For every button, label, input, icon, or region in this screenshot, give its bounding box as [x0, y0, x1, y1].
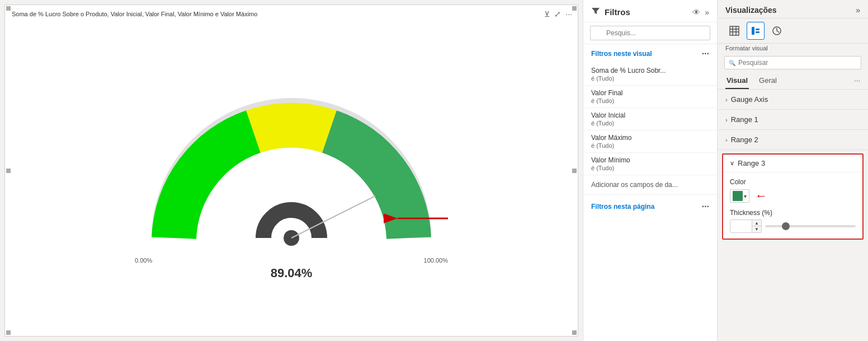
search-wrapper: 🔍 [590, 26, 710, 40]
thickness-input-wrapper: ▲ ▼ [730, 219, 762, 233]
svg-rect-13 [756, 29, 760, 30]
range3-color-label: Color [730, 178, 856, 186]
filters-header-left: Filtros [591, 7, 630, 17]
section-range1[interactable]: › Range 1 [718, 110, 868, 130]
thickness-row: ▲ ▼ [730, 219, 856, 233]
filter-item[interactable]: Soma de % Lucro Sobr... é (Tudo) [583, 63, 717, 86]
range1-label: Range 1 [731, 115, 758, 124]
gauge-container: 0.00% 100.00% 89.04% [135, 87, 448, 266]
filters-expand-icon[interactable]: » [705, 8, 709, 17]
filter-item-title: Valor Inicial [591, 111, 709, 119]
filters-eye-icon[interactable]: 👁 [692, 8, 700, 17]
filter-item-title: Valor Máximo [591, 134, 709, 142]
filters-title: Filtros [605, 7, 630, 17]
thickness-down-btn[interactable]: ▼ [752, 226, 761, 232]
filter-item[interactable]: Valor Final é (Tudo) [583, 86, 717, 108]
filters-header-right: 👁 » [692, 8, 709, 17]
section-range2[interactable]: › Range 2 [718, 130, 868, 150]
range3-body: Color ▾ ← Thickness (%) [723, 172, 862, 239]
gauge-max-label: 100.00% [424, 257, 448, 264]
range3-chevron: ∨ [730, 160, 734, 167]
filter-item-title: Valor Mínimo [591, 156, 709, 164]
color-swatch-btn[interactable]: ▾ [730, 189, 749, 203]
filters-page-section: Filtros nesta página ··· [583, 197, 717, 216]
filters-panel: Filtros 👁 » 🔍 Filtros neste visual ··· S… [583, 0, 717, 341]
gauge-labels: 0.00% 100.00% [135, 257, 448, 264]
filter-item[interactable]: Valor Máximo é (Tudo) [583, 130, 717, 153]
add-data-field[interactable]: Adicionar os campos de da... [583, 175, 717, 195]
viz-search-input[interactable] [724, 56, 861, 69]
range2-chevron: › [725, 137, 728, 143]
filter-item[interactable]: Valor Mínimo é (Tudo) [583, 153, 717, 175]
focus-icon[interactable]: ⤢ [554, 10, 561, 18]
resize-handle-mr[interactable] [572, 169, 577, 173]
thickness-slider[interactable] [765, 225, 856, 227]
resize-handle-tr[interactable] [572, 6, 577, 11]
chart-toolbar: ⊻ ⤢ ··· [544, 10, 572, 18]
gauge-min-label: 0.00% [135, 257, 152, 264]
viz-icon-analytics[interactable] [768, 22, 786, 40]
viz-search-wrapper: 🔍 [724, 56, 861, 69]
filter-item-sub: é (Tudo) [591, 142, 709, 149]
resize-handle-br[interactable] [572, 330, 577, 335]
filters-page-more[interactable]: ··· [702, 202, 709, 212]
filter-item-sub: é (Tudo) [591, 120, 709, 127]
range3-title: Range 3 [738, 159, 765, 167]
range1-chevron: › [725, 116, 728, 123]
resize-handle-bl[interactable] [6, 330, 11, 335]
viz-icon-format[interactable] [747, 22, 765, 40]
color-arrow-right: ← [755, 189, 767, 203]
viz-icon-tabs [718, 18, 868, 44]
viz-header-title: Visualizações [725, 6, 777, 15]
tab-geral[interactable]: Geral [758, 73, 778, 89]
range3-thickness-label: Thickness (%) [730, 209, 856, 217]
filter-item-title: Soma de % Lucro Sobr... [591, 67, 709, 74]
viz-section-tabs: Visual Geral ··· [718, 73, 868, 90]
chart-area: Soma de % Lucro Sobre o Produto, Valor I… [4, 4, 578, 337]
range2-label: Range 2 [731, 136, 758, 144]
section-gauge-axis[interactable]: › Gauge Axis [718, 90, 868, 110]
gauge-axis-label: Gauge Axis [731, 95, 768, 104]
filters-search-input[interactable] [590, 26, 710, 40]
right-panels: Filtros 👁 » 🔍 Filtros neste visual ··· S… [583, 0, 868, 341]
range3-thickness-row: Thickness (%) ▲ ▼ [730, 209, 856, 233]
thickness-input[interactable] [730, 220, 752, 232]
tab-more-icon[interactable]: ··· [854, 73, 860, 89]
filter-item[interactable]: Valor Inicial é (Tudo) [583, 108, 717, 130]
filters-search: 🔍 [583, 22, 717, 44]
svg-rect-14 [756, 31, 760, 33]
filters-visual-section: Filtros neste visual ··· [583, 44, 717, 63]
filter-item-sub: é (Tudo) [591, 165, 709, 171]
viz-icon-table[interactable] [725, 22, 743, 40]
color-dropdown-chevron: ▾ [744, 193, 747, 199]
thickness-spinners: ▲ ▼ [752, 220, 761, 232]
filter-items-list: Soma de % Lucro Sobr... é (Tudo) Valor F… [583, 63, 717, 175]
more-options-icon[interactable]: ··· [565, 10, 572, 18]
resize-handle-ml[interactable] [6, 169, 11, 173]
viz-content: › Gauge Axis › Range 1 › Range 2 ∨ Range… [718, 90, 868, 341]
filters-visual-label: Filtros neste visual [591, 50, 652, 58]
filters-visual-more[interactable]: ··· [702, 49, 709, 59]
filters-page-label: Filtros nesta página [591, 203, 654, 211]
chart-title: Soma de % Lucro Sobre o Produto, Valor I… [12, 11, 257, 17]
resize-handle-tl[interactable] [6, 6, 11, 11]
thickness-up-btn[interactable]: ▲ [752, 220, 761, 226]
viz-search: 🔍 [718, 54, 868, 73]
filter-item-sub: é (Tudo) [591, 97, 709, 104]
range3-header[interactable]: ∨ Range 3 [723, 155, 862, 172]
range3-color-row: Color ▾ ← [730, 178, 856, 203]
viz-panel: Visualizações » [717, 0, 868, 341]
svg-rect-12 [752, 27, 754, 35]
color-swatch [733, 191, 743, 201]
filters-header: Filtros 👁 » [583, 0, 717, 22]
filter-item-sub: é (Tudo) [591, 75, 709, 82]
gauge-svg [135, 87, 448, 255]
gauge-value: 89.04% [135, 266, 448, 281]
viz-expand-icon[interactable]: » [856, 6, 860, 15]
filter-icon[interactable]: ⊻ [544, 10, 550, 18]
gauge-axis-chevron: › [725, 96, 728, 103]
svg-rect-7 [730, 26, 739, 35]
viz-search-icon: 🔍 [729, 60, 735, 66]
tab-visual[interactable]: Visual [725, 73, 749, 89]
section-range3: ∨ Range 3 Color ▾ ← [722, 153, 864, 240]
